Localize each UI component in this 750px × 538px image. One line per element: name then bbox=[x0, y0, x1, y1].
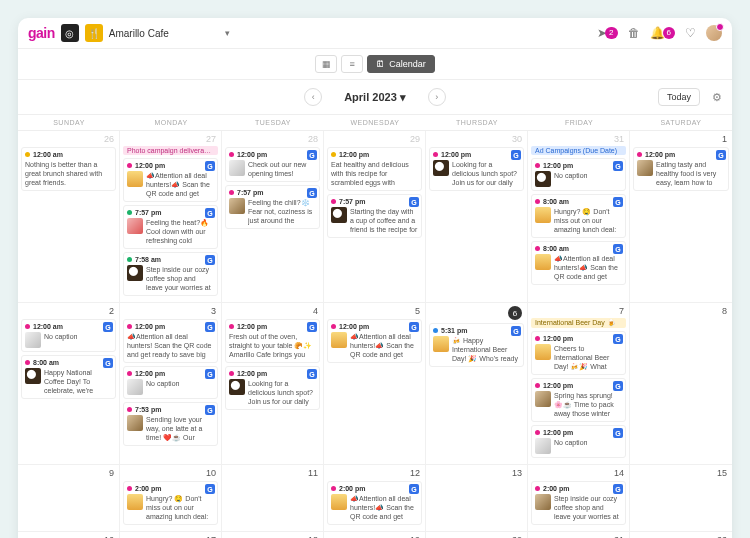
event-card[interactable]: 12:00 pmGNo caption bbox=[531, 158, 626, 191]
list-view-button[interactable]: ≡ bbox=[341, 55, 363, 73]
calendar-cell[interactable]: 312:00 pmG📣Attention all deal hunters! S… bbox=[120, 303, 222, 465]
event-card[interactable]: 12:00 pmGCheers to International Beer Da… bbox=[531, 331, 626, 375]
grid-view-button[interactable]: ▦ bbox=[315, 55, 337, 73]
calendar-cell[interactable]: 2812:00 pmGCheck out our new opening tim… bbox=[222, 131, 324, 303]
event-card[interactable]: 12:00 amNothing is better than a great b… bbox=[21, 147, 116, 191]
event-time: 12:00 pm bbox=[535, 335, 622, 342]
calendar-cell[interactable]: 122:00 pmG📣Attention all deal hunters!📣 … bbox=[324, 465, 426, 532]
event-card[interactable]: 12:00 pmGNo caption bbox=[531, 425, 626, 458]
calendar-cell[interactable]: 22 bbox=[630, 532, 732, 538]
calendar-cell[interactable]: 31Ad Campaigns (Due Date)12:00 pmGNo cap… bbox=[528, 131, 630, 303]
event-card[interactable]: 12:00 pmG📣Attention all deal hunters!📣 S… bbox=[123, 158, 218, 202]
event-card[interactable]: 8:00 amG📣Attention all deal hunters!📣 Sc… bbox=[531, 241, 626, 285]
event-card[interactable]: 12:00 pmEat healthy and delicious with t… bbox=[327, 147, 422, 191]
event-text: Check out our new opening times! bbox=[248, 160, 316, 178]
workspace-icon[interactable]: 🍴 bbox=[85, 24, 103, 42]
prev-month-button[interactable]: ‹ bbox=[304, 88, 322, 106]
event-card[interactable]: 2:00 pmG📣Attention all deal hunters!📣 Sc… bbox=[327, 481, 422, 525]
event-card[interactable]: 7:53 pmGSending love your way, one latte… bbox=[123, 402, 218, 446]
calendar-cell[interactable]: 16 bbox=[18, 532, 120, 538]
status-dot-icon bbox=[127, 324, 132, 329]
calendar-cell[interactable]: 13 bbox=[426, 465, 528, 532]
calendar-cell[interactable]: 21 bbox=[528, 532, 630, 538]
calendar-cell[interactable]: 2912:00 pmEat healthy and delicious with… bbox=[324, 131, 426, 303]
event-card[interactable]: 2:00 pmGStep inside our cozy coffee shop… bbox=[531, 481, 626, 525]
calendar-cell[interactable]: 17 bbox=[120, 532, 222, 538]
calendar-cell[interactable]: 9 bbox=[18, 465, 120, 532]
event-card[interactable]: 12:00 pmG📣Attention all deal hunters! Sc… bbox=[123, 319, 218, 363]
calendar-cell[interactable]: 8 bbox=[630, 303, 732, 465]
platform-g-icon: G bbox=[716, 150, 726, 160]
event-card[interactable]: 12:00 pmG📣Attention all deal hunters!📣 S… bbox=[327, 319, 422, 363]
date-number: 27 bbox=[123, 134, 218, 144]
calendar-icon: 🗓 bbox=[376, 59, 385, 69]
event-time: 12:00 am bbox=[25, 323, 112, 330]
trash-icon[interactable]: 🗑 bbox=[628, 26, 640, 40]
bell-icon[interactable]: 🔔6 bbox=[650, 26, 675, 40]
calendar-cell[interactable]: 7International Beer Day 🍺12:00 pmGCheers… bbox=[528, 303, 630, 465]
event-time: 7:53 pm bbox=[127, 406, 214, 413]
calendar-chip[interactable]: Ad Campaigns (Due Date) bbox=[531, 146, 626, 155]
event-card[interactable]: 12:00 pmGNo caption bbox=[123, 366, 218, 399]
send-icon[interactable]: ➤2 bbox=[597, 26, 617, 40]
event-time: 12:00 pm bbox=[535, 382, 622, 389]
calendar-chip[interactable]: Photo campaign deliverables bbox=[123, 146, 218, 155]
calendar-cell[interactable]: 3012:00 pmGLooking for a delicious lunch… bbox=[426, 131, 528, 303]
calendar-cell[interactable]: 142:00 pmGStep inside our cozy coffee sh… bbox=[528, 465, 630, 532]
status-dot-icon bbox=[331, 486, 336, 491]
event-card[interactable]: 12:00 pmGLooking for a delicious lunch s… bbox=[225, 366, 320, 410]
calendar-cell[interactable]: 27Photo campaign deliverables12:00 pmG📣A… bbox=[120, 131, 222, 303]
calendar-cell[interactable]: 2612:00 amNothing is better than a great… bbox=[18, 131, 120, 303]
calendar-cell[interactable]: 102:00 pmGHungry? 🤤 Don't miss out on ou… bbox=[120, 465, 222, 532]
date-number: 11 bbox=[225, 468, 320, 478]
event-card[interactable]: 7:57 pmGFeeling the heat?🔥 Cool down wit… bbox=[123, 205, 218, 249]
calendar-cell[interactable]: 15 bbox=[630, 465, 732, 532]
event-thumb bbox=[127, 171, 143, 187]
event-card[interactable]: 12:00 pmGFresh out of the oven, straight… bbox=[225, 319, 320, 363]
date-number: 12 bbox=[327, 468, 422, 478]
date-number: 13 bbox=[429, 468, 524, 478]
platform-g-icon: G bbox=[409, 484, 419, 494]
avatar[interactable] bbox=[706, 25, 722, 41]
event-card[interactable]: 8:00 amGHappy National Coffee Day! To ce… bbox=[21, 355, 116, 399]
event-card[interactable]: 12:00 amGNo caption bbox=[21, 319, 116, 352]
event-card[interactable]: 12:00 pmGEating tasty and healthy food i… bbox=[633, 147, 729, 191]
calendar-cell[interactable]: 112:00 pmGEating tasty and healthy food … bbox=[630, 131, 732, 303]
bell-badge: 6 bbox=[663, 27, 675, 39]
workspace-name[interactable]: Amarillo Cafe bbox=[109, 28, 219, 39]
calendar-cell[interactable]: 65:31 pmG🍻 Happy International Beer Day!… bbox=[426, 303, 528, 465]
calendar-cell[interactable]: 20 bbox=[426, 532, 528, 538]
event-card[interactable]: 8:00 amGHungry? 🤤 Don't miss out on our … bbox=[531, 194, 626, 238]
calendar-cell[interactable]: 412:00 pmGFresh out of the oven, straigh… bbox=[222, 303, 324, 465]
chevron-down-icon[interactable]: ▾ bbox=[225, 28, 230, 38]
calendar-chip[interactable]: International Beer Day 🍺 bbox=[531, 318, 626, 328]
org-icon[interactable]: ◎ bbox=[61, 24, 79, 42]
calendar-cell[interactable]: 18 bbox=[222, 532, 324, 538]
calendar-cell[interactable]: 212:00 amGNo caption8:00 amGHappy Nation… bbox=[18, 303, 120, 465]
event-card[interactable]: 7:57 pmGStarting the day with a cup of c… bbox=[327, 194, 422, 238]
event-card[interactable]: 5:31 pmG🍻 Happy International Beer Day! … bbox=[429, 323, 524, 367]
event-card[interactable]: 12:00 pmGLooking for a delicious lunch s… bbox=[429, 147, 524, 191]
next-month-button[interactable]: › bbox=[428, 88, 446, 106]
calendar-cell[interactable]: 512:00 pmG📣Attention all deal hunters!📣 … bbox=[324, 303, 426, 465]
calendar-view-label: Calendar bbox=[389, 59, 426, 69]
event-card[interactable]: 7:57 pmGFeeling the chill?❄️ Fear not, c… bbox=[225, 185, 320, 229]
event-thumb bbox=[535, 207, 551, 223]
calendar-cell[interactable]: 19 bbox=[324, 532, 426, 538]
event-card[interactable]: 2:00 pmGHungry? 🤤 Don't miss out on our … bbox=[123, 481, 218, 525]
event-card[interactable]: 7:58 amGStep inside our cozy coffee shop… bbox=[123, 252, 218, 296]
view-toggle-bar: ▦ ≡ 🗓Calendar bbox=[18, 49, 732, 80]
gear-icon[interactable]: ⚙ bbox=[712, 91, 722, 104]
event-card[interactable]: 12:00 pmGSpring has sprung! 🌸☕ Time to p… bbox=[531, 378, 626, 422]
month-nav: ‹ April 2023 ▾ › Today ⚙ bbox=[18, 80, 732, 114]
platform-g-icon: G bbox=[613, 381, 623, 391]
status-dot-icon bbox=[25, 152, 30, 157]
status-dot-icon bbox=[331, 199, 336, 204]
calendar-view-button[interactable]: 🗓Calendar bbox=[367, 55, 435, 73]
today-button[interactable]: Today bbox=[658, 88, 700, 106]
month-title[interactable]: April 2023 ▾ bbox=[344, 91, 406, 104]
event-time: 8:00 am bbox=[535, 245, 622, 252]
calendar-cell[interactable]: 11 bbox=[222, 465, 324, 532]
event-card[interactable]: 12:00 pmGCheck out our new opening times… bbox=[225, 147, 320, 182]
heart-icon[interactable]: ♡ bbox=[685, 26, 696, 40]
